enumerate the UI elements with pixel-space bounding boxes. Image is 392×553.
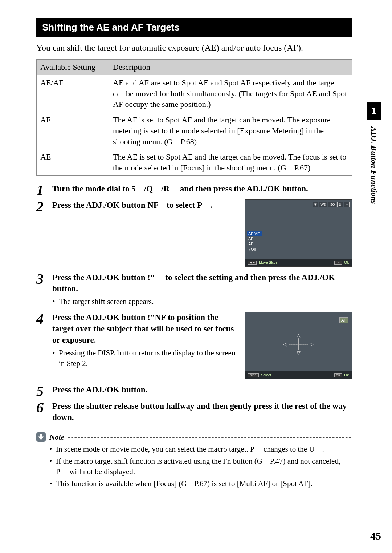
menu-item: AE [247,241,262,246]
table-header-setting: Available Setting [37,60,109,75]
wb-icon: WB [319,202,327,207]
page-number: 45 [370,530,381,542]
menu-item-off: Off [247,247,262,252]
bottom-bar: ◀ ▶ Move Slctn OK Ok [245,259,352,266]
chapter-label: ADJ. Button Functions [369,126,379,204]
bottom-right-label: Ok [344,373,349,377]
chapter-tab: 1 ADJ. Button Functions [365,102,383,204]
step-text: Press the ADJ./OK button !" to select th… [52,272,352,294]
step-text: Turn the mode dial to 5 /Q /R and then p… [52,183,352,194]
bottom-right-label: Ok [344,261,349,265]
note-heading: Note [49,433,64,442]
table-row: AE The AE is set to Spot AE and the targ… [37,149,352,175]
disp-button-icon: DISP. [248,373,259,377]
step-text: Press the ADJ./OK button !"NF to positio… [52,312,239,346]
table-header-description: Description [109,60,352,75]
step-1: Turn the mode dial to 5 /Q /R and then p… [36,183,352,194]
iso-icon: ISO [328,202,336,207]
step-4: Press the ADJ./OK button !"NF to positio… [36,312,352,379]
menu-item: AF [247,236,262,241]
table-row: AF The AF is set to Spot AF and the targ… [37,112,352,149]
note-dashes: ----------------------------------------… [68,433,352,442]
step-sub: Pressing the DISP. button returns the di… [52,348,239,368]
section-title: Shifting the AE and AF Targets [36,18,352,37]
settings-table: Available Setting Description AE/AF AE a… [36,59,352,175]
step-5: Press the ADJ./OK button. [36,384,352,395]
ok-button-icon: OK [334,261,342,265]
step-sub: The target shift screen appears. [52,296,352,307]
lcd-screen-target: AF △ ▽ ◁ ▷ DISP. Select OK Ok [245,312,352,379]
step-3: Press the ADJ./OK button !" to select th… [36,272,352,307]
crosshair-icon: ⊹ [344,202,350,207]
intro-paragraph: You can shift the target for automatic e… [36,42,352,53]
exposure-comp-icon: ✱ [313,202,318,207]
cell-setting: AF [37,112,109,149]
af-badge: AF [339,317,348,323]
step-text: Press the shutter release button halfway… [52,400,352,423]
cell-setting: AE [37,149,109,175]
target-icon: ⊕ [337,202,343,207]
step-text: Press the ADJ./OK button NF to select P … [52,199,239,211]
step-text: Press the ADJ./OK button. [52,384,352,395]
cell-setting: AE/AF [37,75,109,112]
bottom-bar: DISP. Select OK Ok [245,371,352,379]
step-2: Press the ADJ./OK button NF to select P … [36,199,352,267]
note-item: This function is available when [Focus] … [49,479,352,489]
note-section: Note -----------------------------------… [36,432,352,489]
chapter-number: 1 [367,102,381,120]
nav-arrows-icon: ◀ ▶ [248,261,257,265]
cell-description: The AF is set to Spot AF and the target … [109,112,352,149]
note-item: In scene mode or movie mode, you can sel… [49,444,352,455]
bottom-left-label: Move Slctn [259,261,277,265]
target-crosshair-icon: △ ▽ ◁ ▷ [284,333,313,355]
cell-description: The AE is set to Spot AE and the target … [109,149,352,175]
menu-list: AE/AF AF AE Off [247,231,262,252]
table-row: AE/AF AE and AF are set to Spot AE and S… [37,75,352,112]
step-6: Press the shutter release button halfway… [36,400,352,423]
bottom-left-label: Select [261,373,271,377]
cell-description: AE and AF are set to Spot AE and Spot AF… [109,75,352,112]
menu-item-selected: AE/AF [247,231,262,236]
note-icon [36,432,46,442]
lcd-screen-menu: ✱ WB ISO ⊕ ⊹ AE/AF AF AE Off ◀ ▶ Move Sl… [245,199,352,267]
note-item: If the macro target shift function is ac… [49,456,352,477]
ok-button-icon: OK [334,373,342,377]
